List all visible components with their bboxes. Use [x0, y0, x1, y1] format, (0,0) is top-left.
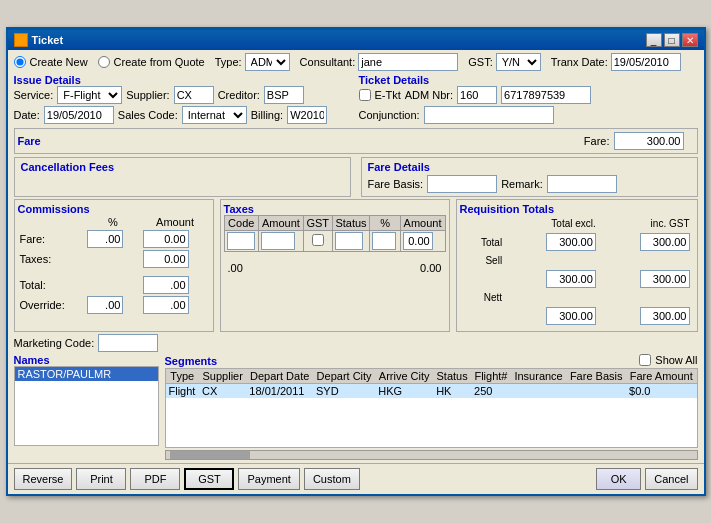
billing-input[interactable] [287, 106, 327, 124]
horizontal-scrollbar[interactable] [165, 450, 698, 460]
ticket-number-input[interactable] [501, 86, 591, 104]
remark-input[interactable] [547, 175, 617, 193]
conjunction-label: Conjunction: [359, 109, 420, 121]
taxes-table: Code Amount GST Status % Amount [224, 215, 446, 252]
fare-comm-label: Fare: [20, 233, 46, 245]
ok-button[interactable]: OK [596, 468, 641, 490]
ticket-window: Ticket _ □ ✕ Create New Create from Quot… [6, 27, 706, 496]
fare-basis-input[interactable] [427, 175, 497, 193]
fare-details-label: Fare Details [368, 161, 430, 173]
tax-amount-input[interactable] [261, 232, 295, 250]
seg-arrive-city-cell: HKG [375, 384, 433, 399]
sales-code-select[interactable]: Internat [182, 106, 247, 124]
total-excl-header: Total excl. [506, 217, 598, 230]
seg-depart-date-header: Depart Date [246, 369, 313, 384]
create-from-quote-radio-input[interactable] [98, 56, 110, 68]
payment-button[interactable]: Payment [238, 468, 299, 490]
seg-insurance-header: Insurance [511, 369, 566, 384]
code-header: Code [224, 216, 258, 231]
window-icon [14, 33, 28, 47]
cancel-button[interactable]: Cancel [645, 468, 697, 490]
seg-fare-amount-header: Fare Amount [626, 369, 696, 384]
marketing-label: Marketing Code: [14, 337, 95, 349]
sales-code-label: Sales Code: [118, 109, 178, 121]
segments-table-wrap: Type Supplier Depart Date Depart City Ar… [165, 368, 698, 448]
create-from-quote-radio[interactable]: Create from Quote [98, 56, 205, 68]
tranx-date-input[interactable] [611, 53, 681, 71]
names-list-item[interactable]: RASTOR/PAULMR [15, 367, 158, 381]
create-new-radio-input[interactable] [14, 56, 26, 68]
seg-depart-city-header: Depart City [313, 369, 375, 384]
gst-button[interactable]: GST [184, 468, 234, 490]
fare-amount-input[interactable] [143, 230, 189, 248]
sell-label: Sell [462, 254, 505, 267]
adm-nbr-label: ADM Nbr: [405, 89, 453, 101]
marketing-input[interactable] [98, 334, 158, 352]
conjunction-input[interactable] [424, 106, 554, 124]
remark-label: Remark: [501, 178, 543, 190]
print-button[interactable]: Print [76, 468, 126, 490]
nett-excl-input[interactable] [546, 307, 596, 325]
tranx-date-label: Tranx Date: [551, 56, 608, 68]
requisition-totals-label: Requisition Totals [460, 203, 694, 215]
seg-depart-date-cell: 18/01/2011 [246, 384, 313, 399]
date-input[interactable] [44, 106, 114, 124]
e-tkt-label: E-Tkt [375, 89, 401, 101]
adm-nbr-input[interactable] [457, 86, 497, 104]
reverse-button[interactable]: Reverse [14, 468, 73, 490]
seg-insurance-cell [511, 384, 566, 399]
tax-status-input[interactable] [335, 232, 363, 250]
tax-code-input[interactable] [227, 232, 255, 250]
type-select[interactable]: ADM [245, 53, 290, 71]
gst-select[interactable]: Y/N [496, 53, 541, 71]
tax-percent-input[interactable] [372, 232, 396, 250]
total-excl-input[interactable] [546, 233, 596, 251]
consultant-input[interactable] [358, 53, 458, 71]
total-comm-input[interactable] [143, 276, 189, 294]
tax-row [224, 231, 445, 252]
ticket-details-label: Ticket Details [359, 74, 698, 86]
seg-supplier-cell: CX [199, 384, 246, 399]
custom-button[interactable]: Custom [304, 468, 360, 490]
e-tkt-checkbox[interactable] [359, 89, 371, 101]
top-options-row: Create New Create from Quote Type: ADM C… [8, 50, 704, 73]
override-comm-row: Override: [18, 295, 210, 315]
sell-inc-input[interactable] [640, 270, 690, 288]
override-amount-input[interactable] [143, 296, 189, 314]
status-header: Status [332, 216, 370, 231]
nett-inc-input[interactable] [640, 307, 690, 325]
create-new-radio[interactable]: Create New [14, 56, 88, 68]
close-button[interactable]: ✕ [682, 33, 698, 47]
create-from-quote-label: Create from Quote [114, 56, 205, 68]
total-comm-row: Total: [18, 275, 210, 295]
total-comm-label: Total: [20, 279, 46, 291]
cancellation-fees-label: Cancellation Fees [21, 161, 115, 173]
billing-label: Billing: [251, 109, 283, 121]
bottom-bar: Reverse Print PDF GST Payment Custom OK … [8, 463, 704, 494]
supplier-input[interactable] [174, 86, 214, 104]
seg-status-header: Status [433, 369, 471, 384]
names-list[interactable]: RASTOR/PAULMR [14, 366, 159, 446]
fare-input[interactable] [614, 132, 684, 150]
show-all-checkbox[interactable] [639, 354, 651, 366]
minimize-button[interactable]: _ [646, 33, 662, 47]
cancellation-fees-section: Cancellation Fees [14, 157, 351, 197]
seg-arrive-city-header: Arrive City [375, 369, 433, 384]
type-label: Type: [215, 56, 242, 68]
table-row[interactable]: Flight CX 18/01/2011 SYD HKG HK 250 $0.0 [166, 384, 697, 399]
sell-excl-input[interactable] [546, 270, 596, 288]
tax-commission-input[interactable] [403, 232, 433, 250]
maximize-button[interactable]: □ [664, 33, 680, 47]
service-select[interactable]: F-Flight [57, 86, 122, 104]
tax-gst-checkbox[interactable] [312, 234, 324, 246]
override-percent-input[interactable] [87, 296, 123, 314]
window-title: Ticket [32, 34, 64, 46]
creditor-label: Creditor: [218, 89, 260, 101]
taxes-amount-input[interactable] [143, 250, 189, 268]
segments-label: Segments [165, 355, 218, 367]
fare-percent-input[interactable] [87, 230, 123, 248]
creditor-input[interactable] [264, 86, 304, 104]
pdf-button[interactable]: PDF [130, 468, 180, 490]
total-inc-input[interactable] [640, 233, 690, 251]
tax-total-left: .00 [228, 262, 243, 274]
